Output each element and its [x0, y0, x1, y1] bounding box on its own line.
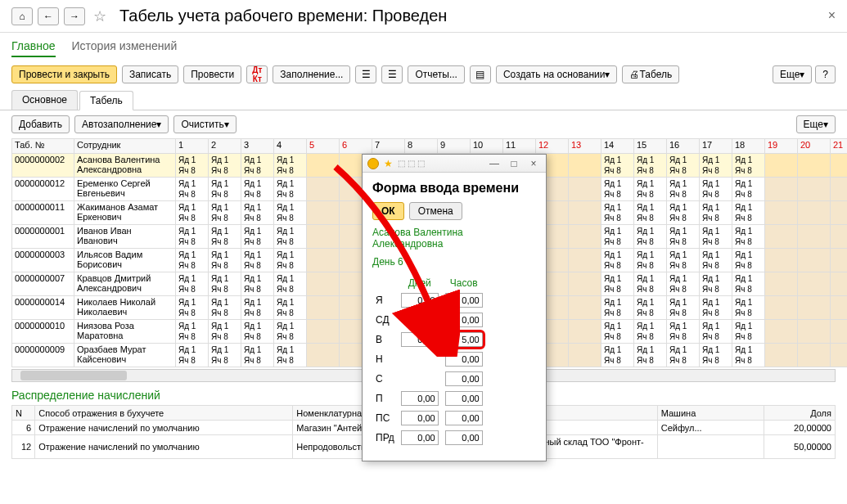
toolbar: Провести и закрыть Записать Провести ДтК… — [0, 62, 847, 90]
forward-button[interactable]: → — [64, 7, 85, 25]
app-orb-icon — [367, 158, 379, 169]
col-header-day[interactable]: 12 — [536, 139, 569, 154]
hours-input[interactable] — [445, 293, 483, 308]
hours-input[interactable] — [445, 391, 483, 406]
tab-main[interactable]: Главное — [11, 39, 56, 57]
fill-button[interactable]: Заполнение... — [273, 65, 350, 83]
clear-button[interactable]: Очистить ▾ — [173, 115, 236, 133]
col-header-day[interactable]: 9 — [438, 139, 471, 154]
help-button[interactable]: ? — [815, 65, 836, 83]
tab-history[interactable]: История изменений — [72, 39, 178, 57]
col-header-day[interactable]: 1 — [176, 139, 209, 154]
days-input[interactable] — [401, 430, 439, 445]
nav-tabs: Главное История изменений — [0, 33, 847, 62]
more-button[interactable]: Еще ▾ — [773, 65, 812, 83]
col-header-day[interactable]: 8 — [405, 139, 438, 154]
subtab-tabel[interactable]: Табель — [79, 91, 133, 110]
dialog-employee: Асанова Валентина Александровна — [372, 227, 536, 250]
autofill-button[interactable]: Автозаполнение ▾ — [74, 115, 169, 133]
minimize-icon[interactable]: — — [487, 158, 502, 169]
col-header-day[interactable]: 13 — [569, 139, 601, 154]
page-title: Табель учета рабочего времени: Проведен — [119, 7, 447, 25]
star-icon[interactable]: ★ — [384, 158, 393, 169]
header-bar: ⌂ ← → ☆ Табель учета рабочего времени: П… — [0, 0, 847, 33]
days-input[interactable] — [401, 411, 439, 425]
col-header-day[interactable]: 15 — [634, 139, 667, 154]
dialog-close-icon[interactable]: × — [526, 158, 541, 169]
col-header-day[interactable]: 20 — [798, 139, 831, 154]
subtab-main[interactable]: Основное — [11, 90, 78, 110]
col-header-day[interactable]: 11 — [503, 139, 536, 154]
grid-toolbar: Добавить Автозаполнение ▾ Очистить ▾ Еще… — [0, 110, 847, 138]
days-input[interactable] — [401, 293, 439, 308]
dtkt-icon[interactable]: ДтКт — [246, 65, 268, 83]
col-header-day[interactable]: 2 — [209, 139, 241, 154]
hours-input[interactable] — [445, 371, 483, 386]
sub-tabs: Основное Табель — [0, 90, 847, 110]
col-header-emp[interactable]: Сотрудник — [74, 139, 176, 154]
col-header-day[interactable]: 18 — [732, 139, 765, 154]
add-button[interactable]: Добавить — [11, 115, 70, 133]
tool-icon-1[interactable]: ☰ — [355, 65, 376, 83]
dialog-day: День 6 — [372, 256, 536, 268]
time-entry-dialog: ★ ⬚ ⬚ ⬚ — □ × Форма ввода времени ОК Отм… — [362, 154, 547, 461]
dialog-titlebar[interactable]: ★ ⬚ ⬚ ⬚ — □ × — [363, 155, 546, 173]
post-close-button[interactable]: Провести и закрыть — [11, 65, 117, 83]
close-icon[interactable]: × — [828, 8, 836, 23]
save-button[interactable]: Записать — [122, 65, 178, 83]
col-header-day[interactable]: 4 — [274, 139, 307, 154]
col-header-day[interactable]: 21 — [831, 139, 848, 154]
col-header-day[interactable]: 17 — [700, 139, 732, 154]
hours-input[interactable] — [445, 352, 483, 367]
post-button[interactable]: Провести — [183, 65, 241, 83]
col-header-day[interactable]: 3 — [241, 139, 274, 154]
create-based-button[interactable]: Создать на основании ▾ — [496, 65, 618, 83]
col-header-day[interactable]: 14 — [601, 139, 634, 154]
hours-input[interactable] — [445, 313, 483, 327]
hours-input[interactable] — [445, 411, 483, 425]
reports-button[interactable]: Отчеты... — [408, 65, 464, 83]
back-button[interactable]: ← — [38, 7, 59, 25]
grid-more-button[interactable]: Еще ▾ — [796, 115, 836, 133]
col-header-day[interactable]: 10 — [471, 139, 503, 154]
col-header-day[interactable]: 6 — [340, 139, 372, 154]
print-tabel-button[interactable]: 🖨 Табель — [622, 65, 679, 83]
hours-input[interactable] — [445, 430, 483, 445]
favorite-icon[interactable]: ☆ — [93, 7, 106, 25]
time-entry-table: ДнейЧасовЯСДВНСППСПРд — [372, 276, 486, 448]
home-button[interactable]: ⌂ — [11, 7, 33, 25]
col-header-day[interactable]: 19 — [765, 139, 798, 154]
col-header-day[interactable]: 5 — [307, 139, 340, 154]
col-header-day[interactable]: 7 — [372, 139, 405, 154]
col-header-day[interactable]: 16 — [667, 139, 700, 154]
dialog-title: Форма ввода времени — [372, 181, 536, 196]
days-input[interactable] — [401, 332, 439, 347]
tool-icon-3[interactable]: ▤ — [470, 65, 491, 83]
col-header-num[interactable]: Таб. № — [12, 139, 74, 154]
dialog-cancel-button[interactable]: Отмена — [409, 202, 462, 220]
dialog-ok-button[interactable]: ОК — [372, 202, 404, 220]
days-input[interactable] — [401, 391, 439, 406]
maximize-icon[interactable]: □ — [507, 158, 521, 169]
tool-icon-2[interactable]: ☰ — [381, 65, 403, 83]
hours-input[interactable] — [445, 332, 483, 347]
